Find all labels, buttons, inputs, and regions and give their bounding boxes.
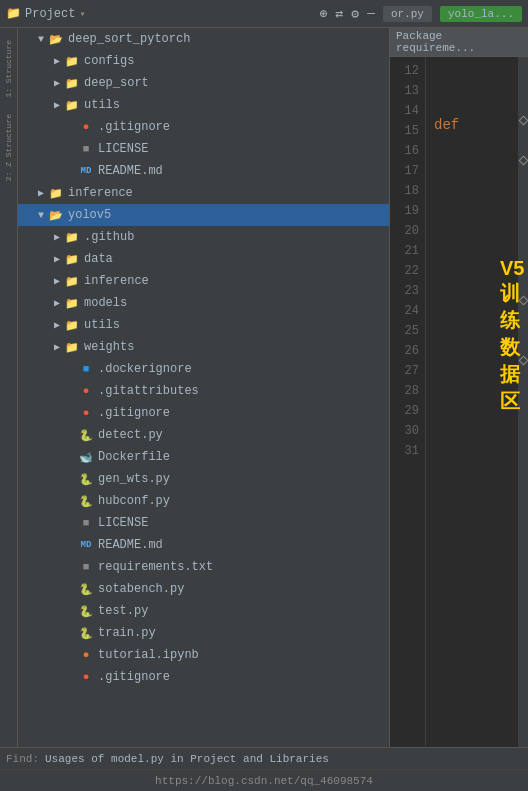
tree-item-gitignore-1[interactable]: ● .gitignore — [18, 116, 389, 138]
tree-label: .gitignore — [98, 670, 170, 684]
tree-item-utils-1[interactable]: ▶ 📁 utils — [18, 94, 389, 116]
tree-label: README.md — [98, 538, 163, 552]
file-icon: ● — [78, 119, 94, 135]
tree-item-readme-1[interactable]: MD README.md — [18, 160, 389, 182]
tree-label: deep_sort — [84, 76, 149, 90]
tree-item-dockerfile[interactable]: 🐋 Dockerfile — [18, 446, 389, 468]
editor-content: 12 13 14 15 16 17 18 19 20 21 22 23 24 2… — [390, 57, 528, 747]
find-value: Usages of model.py in Project and Librar… — [45, 753, 329, 765]
tree-item-gitignore-2[interactable]: ● .gitignore — [18, 402, 389, 424]
package-banner-text: Package requireme... — [396, 30, 475, 54]
scrollbar-marker-4 — [519, 356, 528, 366]
swap-icon[interactable]: ⇄ — [336, 6, 344, 22]
tree-item-requirements[interactable]: ■ requirements.txt — [18, 556, 389, 578]
tree-item-yolov5[interactable]: ▼ 📂 yolov5 — [18, 204, 389, 226]
tree-label: train.py — [98, 626, 156, 640]
tree-item-readme-2[interactable]: MD README.md — [18, 534, 389, 556]
tree-label: .dockerignore — [98, 362, 192, 376]
file-icon: 🐍 — [78, 603, 94, 619]
tree-item-inference-yolo[interactable]: ▶ 📁 inference — [18, 270, 389, 292]
tree-item-gen-wts[interactable]: 🐍 gen_wts.py — [18, 468, 389, 490]
arrow-icon: ▶ — [50, 319, 64, 331]
tree-item-dockerignore[interactable]: ■ .dockerignore — [18, 358, 389, 380]
tree-item-hubconf[interactable]: 🐍 hubconf.py — [18, 490, 389, 512]
tree-label: deep_sort_pytorch — [68, 32, 190, 46]
tree-item-detect[interactable]: 🐍 detect.py — [18, 424, 389, 446]
scrollbar-marker-2 — [519, 156, 528, 166]
file-icon: ● — [78, 383, 94, 399]
folder-icon: 📁 — [64, 53, 80, 69]
tree-label: .gitignore — [98, 120, 170, 134]
tree-item-deep-sort[interactable]: ▶ 📁 deep_sort — [18, 72, 389, 94]
side-label-2[interactable]: 2: Z Structure — [4, 114, 13, 181]
tree-item-inference-top[interactable]: ▶ 📁 inference — [18, 182, 389, 204]
folder-icon: 📁 — [64, 273, 80, 289]
tree-label: utils — [84, 318, 120, 332]
tree-item-test[interactable]: 🐍 test.py — [18, 600, 389, 622]
tree-item-tutorial[interactable]: ● tutorial.ipynb — [18, 644, 389, 666]
file-icon: ● — [78, 405, 94, 421]
tree-item-models[interactable]: ▶ 📁 models — [18, 292, 389, 314]
tree-item-deep-sort-pytorch[interactable]: ▼ 📂 deep_sort_pytorch — [18, 28, 389, 50]
tree-item-weights[interactable]: ▶ 📁 weights — [18, 336, 389, 358]
folder-icon: 📁 — [64, 97, 80, 113]
project-label[interactable]: Project — [25, 7, 75, 21]
arrow-icon: ▶ — [50, 231, 64, 243]
folder-icon: 📁 — [6, 6, 21, 21]
tree-item-license-1[interactable]: ■ LICENSE — [18, 138, 389, 160]
tree-label: weights — [84, 340, 134, 354]
tab-orpy[interactable]: or.py — [383, 6, 432, 22]
settings-icon[interactable]: ⚙ — [351, 6, 359, 22]
tree-item-gitignore-3[interactable]: ● .gitignore — [18, 666, 389, 688]
tree-label: .github — [84, 230, 134, 244]
tab-yolo[interactable]: yolo_la... — [440, 6, 522, 22]
tree-item-configs[interactable]: ▶ 📁 configs — [18, 50, 389, 72]
tree-label: inference — [68, 186, 133, 200]
tree-label: utils — [84, 98, 120, 112]
find-bar: Find: Usages of model.py in Project and … — [0, 747, 528, 769]
tree-label: test.py — [98, 604, 148, 618]
status-bar: https://blog.csdn.net/qq_46098574 — [0, 769, 528, 791]
side-strip: 1: Structure 2: Z Structure — [0, 28, 18, 747]
tree-label: hubconf.py — [98, 494, 170, 508]
file-icon: 🐍 — [78, 493, 94, 509]
side-label-1[interactable]: 1: Structure — [4, 40, 13, 98]
tree-label: README.md — [98, 164, 163, 178]
add-icon[interactable]: ⊕ — [320, 6, 328, 22]
tree-label: configs — [84, 54, 134, 68]
tree-item-train[interactable]: 🐍 train.py — [18, 622, 389, 644]
tree-item-utils-2[interactable]: ▶ 📁 utils — [18, 314, 389, 336]
file-icon: ■ — [78, 361, 94, 377]
arrow-icon: ▶ — [50, 55, 64, 67]
arrow-icon: ▶ — [34, 187, 48, 199]
file-icon: ■ — [78, 515, 94, 531]
tree-label: requirements.txt — [98, 560, 213, 574]
folder-open-icon: 📂 — [48, 31, 64, 47]
tree-item-license-2[interactable]: ■ LICENSE — [18, 512, 389, 534]
file-icon: MD — [78, 163, 94, 179]
tree-item-data[interactable]: ▶ 📁 data — [18, 248, 389, 270]
scrollbar-marker-1 — [519, 116, 528, 126]
tree-item-sotabench[interactable]: 🐍 sotabench.py — [18, 578, 389, 600]
folder-icon: 📁 — [64, 295, 80, 311]
tree-label: .gitignore — [98, 406, 170, 420]
top-bar: 📁 Project ▾ ⊕ ⇄ ⚙ — or.py yolo_la... — [0, 0, 528, 28]
minimize-icon[interactable]: — — [367, 6, 375, 21]
folder-icon: 📁 — [64, 229, 80, 245]
code-def-text: def — [434, 117, 459, 133]
tree-label: Dockerfile — [98, 450, 170, 464]
tree-item-gitattributes[interactable]: ● .gitattributes — [18, 380, 389, 402]
folder-icon: 📁 — [48, 185, 64, 201]
file-icon: 🐍 — [78, 427, 94, 443]
arrow-icon: ▶ — [50, 99, 64, 111]
arrow-icon: ▶ — [50, 77, 64, 89]
editor-scrollbar[interactable] — [518, 57, 528, 747]
tree-item-github[interactable]: ▶ 📁 .github — [18, 226, 389, 248]
file-icon: 🐍 — [78, 625, 94, 641]
tree-label: detect.py — [98, 428, 163, 442]
tree-label: tutorial.ipynb — [98, 648, 199, 662]
arrow-icon: ▼ — [34, 34, 48, 45]
dropdown-icon[interactable]: ▾ — [79, 8, 85, 20]
folder-open-icon: 📂 — [48, 207, 64, 223]
tree-label: LICENSE — [98, 142, 148, 156]
